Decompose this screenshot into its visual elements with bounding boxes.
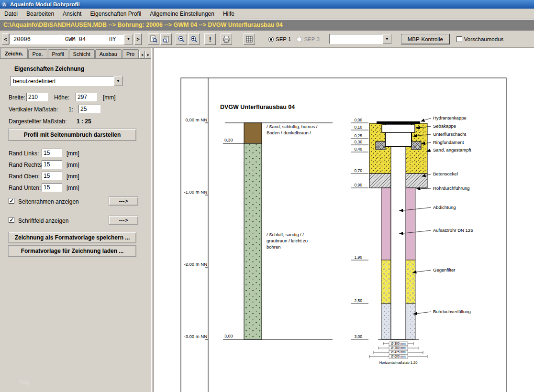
schriftfeld-checkbox[interactable]: ✓ [9,217,14,223]
sep3-label: SEP 3 [304,36,319,42]
menu-datei[interactable]: Datei [0,9,22,19]
vert-massstab-label: Vertikaler Maßstab: [9,106,58,113]
hydrantenkappe [377,121,420,124]
zoom-in-icon [190,35,198,43]
tab-zeichnung[interactable]: Zeichn. [0,48,28,58]
title-bar: A AquaInfo Modul Bohrprofil [0,0,534,9]
ringfundament-right [412,142,421,150]
seitenumbruch-button[interactable]: Profil mit Seitenumbruch darstellen [8,129,136,141]
tab-profil[interactable]: Profil [48,49,68,58]
sep1-radio[interactable] [268,37,274,42]
abdichtung-right [406,188,415,260]
scale-label: -3.00 m NN [184,334,207,339]
aufsatzrohr [391,147,406,339]
label-gegenfilter: Gegenfilter [433,267,455,272]
sep-combobox[interactable]: ▼ [329,34,391,44]
hoehe-label: Höhe: [54,94,69,101]
rand-unten-input[interactable] [42,183,62,192]
tab-scroll-left-button[interactable]: ◄ [139,51,145,58]
bohrung-field[interactable] [9,34,61,44]
sep1-label: SEP 1 [276,36,291,42]
check-icon: ✓ [9,198,14,203]
depth-mark: 0,40 [354,147,362,152]
schriftfeld-edit-button[interactable]: ---> [109,216,138,225]
ringfundament-left [376,142,385,150]
menu-allgemeine-einstellungen[interactable]: Allgemeine Einstellungen [145,9,219,19]
tab-pro[interactable]: Pro [122,49,139,58]
typ-dropdown-button[interactable]: ▼ [124,34,133,44]
rand-rechts-label: Rand Rechts: [9,162,44,168]
chevron-left-icon: < [4,36,7,42]
zoom-in-button[interactable] [188,33,200,45]
zoom-out-button[interactable] [176,33,187,45]
seitenrahmen-edit-button[interactable]: ---> [109,196,138,206]
tab-ausbau[interactable]: Ausbau [95,49,122,58]
rand-oben-input[interactable] [42,172,62,180]
depth-mark: 0,25 [354,133,362,138]
hoehe-input[interactable] [76,93,97,101]
rand-unten-label: Rand Unten: [9,185,41,191]
messstelle-field[interactable] [61,34,105,44]
triangle-right-icon: ► [147,53,150,56]
label-sand-angestampft: Sand, angestampft [433,147,471,152]
sep3-radio[interactable] [297,37,302,42]
record-next-button[interactable]: > [134,33,142,45]
menu-bar: Datei Bearbeiten Ansicht Eigenschaften P… [0,9,534,19]
preset-dropdown-button[interactable]: ▼ [114,76,122,86]
layer2-text: / Schluff; sandig / / [267,232,304,237]
record-prev-button[interactable]: < [2,33,9,45]
page-frame [181,78,506,392]
menu-hilfe[interactable]: Hilfe [219,9,239,19]
rand-rechts-input[interactable] [42,160,62,169]
tab-pos[interactable]: Pos. [28,49,47,58]
vert-massstab-input[interactable] [78,105,100,113]
borehole-drawing: DVGW Unterflurausbau 04 0,00 m NN -1.00 … [154,48,534,392]
check-icon: ✓ [9,218,14,222]
print-button[interactable] [221,33,232,45]
seitenrahmen-checkbox[interactable]: ✓ [9,198,14,204]
depth-mark: 0,10 [354,125,362,130]
table-view-button[interactable] [244,33,255,45]
depth-mark: 1,90 [354,255,362,260]
breite-input[interactable] [26,93,48,101]
tab-scroll-right-button[interactable]: ► [145,51,151,58]
grid-icon [246,36,253,43]
chevron-down-icon: ▼ [385,37,389,41]
chevron-right-icon: > [136,36,139,42]
mbp-kontrolle-button[interactable]: MBP-Kontrolle [401,34,450,44]
label-hydrantenkappe: Hydrantenkappe [433,115,467,120]
vorschaumodus-checkbox[interactable] [456,36,462,42]
load-template-button[interactable]: Formatvorlage für Zeichnung laden ... [8,245,136,257]
window-title: AquaInfo Modul Bohrprofil [10,1,80,7]
print-preview-button[interactable] [148,33,159,45]
sep-combobox-value[interactable] [329,34,383,44]
menu-bearbeiten[interactable]: Bearbeiten [22,9,58,19]
label-aufsatzrohr: Aufsatzrohr DN 125 [433,228,473,233]
refresh-exclaim-button[interactable]: ! [204,33,216,45]
sep-combobox-dropdown-button[interactable]: ▼ [383,34,391,44]
label-betonsockel: Betonsockel [433,171,458,176]
typ-field[interactable] [105,34,124,44]
rand-oben-label: Rand Oben: [9,173,40,180]
scale-label: 0,00 m NN [186,117,208,122]
triangle-left-icon: ◄ [141,53,144,56]
gegenfilter-left [381,260,391,304]
depth-mark: 0,30 [354,140,362,144]
breite-label: Breite: [9,94,25,101]
page-zoom-button[interactable] [160,33,172,45]
rand-links-input[interactable] [42,149,62,157]
chevron-down-icon: ▼ [116,79,120,83]
profile-depth-030: 0,30 [224,138,233,142]
diameter-600: Ø 600 mm [391,355,405,358]
menu-ansicht[interactable]: Ansicht [58,9,86,19]
mm-label: [mm] [67,162,79,168]
preset-combobox[interactable]: benutzerdefiniert ▼ [11,76,122,86]
betonsockel-left [369,174,391,188]
page-magnifier-icon [162,35,170,43]
properties-panel: Zeichn. Pos. Profil Schicht Ausbau Pro ◄… [0,48,151,392]
save-template-button[interactable]: Zeichnung als Formatvorlage speichern ..… [8,232,136,243]
tab-schicht[interactable]: Schicht [69,49,95,58]
menu-eigenschaften-profil[interactable]: Eigenschaften Profil [86,9,145,19]
label-unterflurschacht: Unterflurschacht [433,131,467,137]
preset-combobox-value[interactable]: benutzerdefiniert [11,76,114,86]
